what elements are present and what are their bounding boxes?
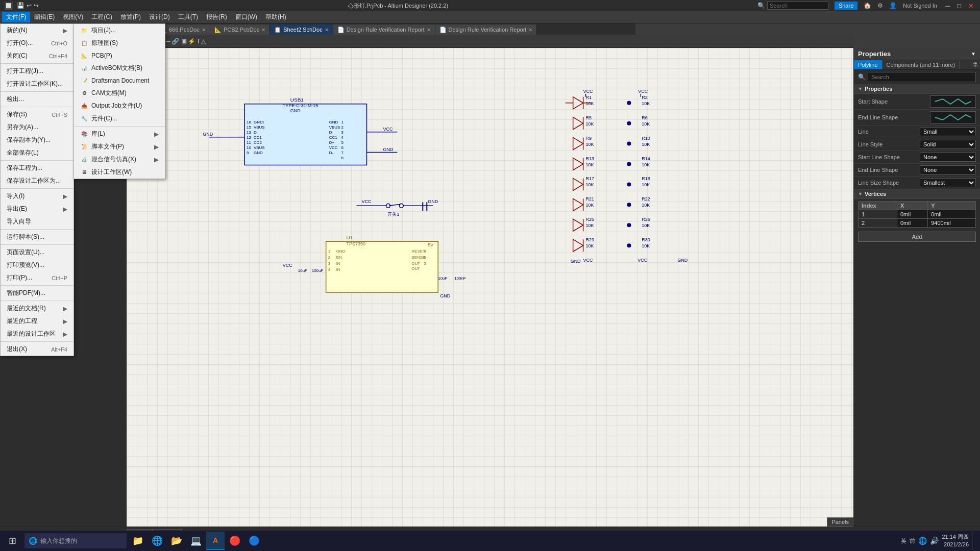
menu-place[interactable]: 放置(P)	[116, 12, 145, 22]
line-select[interactable]: Small Medium Large	[920, 127, 976, 136]
start-button[interactable]: ⊞	[2, 531, 22, 551]
new-project[interactable]: 📁 项目(J)...	[74, 24, 165, 37]
new-simulation[interactable]: 🔬 混合信号仿真(X) ▶	[74, 153, 165, 166]
menu-open[interactable]: 打开(O)... Ctrl+O	[1, 37, 74, 49]
user-icon[interactable]: 👤	[889, 2, 897, 9]
menu-recent-projects[interactable]: 最近的工程 ▶	[1, 315, 74, 328]
minimize-button[interactable]: ─	[943, 2, 952, 10]
menu-project[interactable]: 工程(C)	[87, 12, 116, 22]
vertex-2-x[interactable]: 0mil	[897, 219, 927, 228]
save-quick-icon[interactable]: 💾	[17, 2, 24, 9]
home-icon[interactable]: 🏠	[864, 2, 871, 9]
menu-exit[interactable]: 退出(X) Alt+F4	[1, 343, 74, 356]
new-bom[interactable]: 📊 ActiveBOM文档(B)	[74, 62, 165, 74]
menu-page-setup[interactable]: 页面设置(U)...	[1, 246, 74, 259]
menu-saveall[interactable]: 全部保存(L)	[1, 146, 74, 159]
new-workspace[interactable]: 🖥 设计工作区(W)	[74, 166, 165, 179]
tab-pcb2[interactable]: 📐 PCB2.PcbDoc ✕	[210, 24, 270, 35]
net-btn[interactable]: 🔗	[172, 38, 179, 45]
menu-import[interactable]: 导入(I) ▶	[1, 190, 74, 203]
menu-close[interactable]: 关闭(C) Ctrl+F4	[1, 49, 74, 62]
new-cam[interactable]: ⚙ CAM文档(M)	[74, 87, 165, 99]
search-input[interactable]	[767, 2, 828, 10]
close-button[interactable]: ✕	[966, 2, 976, 10]
switch-component[interactable]: VCC GND 开关1	[357, 199, 438, 217]
show-desktop-btn[interactable]	[972, 532, 974, 550]
properties-search-input[interactable]	[868, 72, 976, 82]
taskbar-icon-vscode[interactable]: 💻	[187, 532, 205, 550]
tab-components[interactable]: Components (and 11 more)	[883, 60, 960, 69]
tab-close[interactable]: ✕	[202, 27, 206, 33]
menu-recent-workspaces[interactable]: 最近的设计工作区 ▶	[1, 328, 74, 340]
tab-polyline[interactable]: Polyline	[854, 60, 883, 69]
taskbar-icon-blue[interactable]: 🔵	[245, 532, 263, 550]
usb1-component[interactable]: USB1 TYPE-C-31-M-15 GND 16 15 13 12 11 1…	[203, 97, 397, 165]
window-controls[interactable]: ─ □ ✕	[943, 2, 976, 10]
new-output-job[interactable]: 📤 Output Job文件(U)	[74, 99, 165, 112]
new-pcb[interactable]: 📐 PCB(P)	[74, 49, 165, 62]
menu-file[interactable]: 文件(F)	[2, 12, 30, 22]
text-btn[interactable]: T	[197, 38, 200, 45]
volume-icon[interactable]: 🔊	[930, 537, 939, 545]
add-vertex-button[interactable]: Add	[858, 232, 976, 242]
vertex-1-x[interactable]: 0mil	[897, 210, 927, 219]
vertex-1-y[interactable]: 0mil	[928, 210, 976, 219]
tab-drc2[interactable]: 📄 Design Rule Verification Report ✕	[333, 24, 435, 35]
share-button[interactable]: Share	[835, 2, 857, 10]
u1-component[interactable]: U1 TPS7350 1 2 3 4 GND EN IN IN 8 6 5 RE…	[283, 235, 466, 298]
menu-save-project[interactable]: 保存工程为...	[1, 162, 74, 174]
menu-open-project[interactable]: 打开工程(J)...	[1, 65, 74, 78]
search-bar-taskbar[interactable]: 🌐 输入你想搜的	[24, 533, 127, 548]
tab-close[interactable]: ✕	[261, 27, 265, 33]
menu-edit[interactable]: 编辑(E)	[30, 12, 59, 22]
taskbar-icon-explorer[interactable]: 📁	[129, 532, 147, 550]
redo-icon[interactable]: ↪	[34, 2, 39, 9]
menu-print[interactable]: 打印(P)... Ctrl+P	[1, 271, 74, 284]
menu-new[interactable]: 新的(N) ▶	[1, 24, 74, 37]
menu-recent-docs[interactable]: 最近的文档(R) ▶	[1, 302, 74, 315]
power-btn[interactable]: ⚡	[188, 38, 195, 45]
line-size-shape-select[interactable]: Smallest Small Medium Large	[920, 178, 976, 187]
end-line-shape-select[interactable]: None Arrow Circle	[920, 165, 976, 174]
line-btn[interactable]: ─	[166, 38, 171, 45]
tab-drc3[interactable]: 📄 Design Rule Verification Report ✕	[435, 24, 537, 35]
menu-reports[interactable]: 报告(R)	[202, 12, 231, 22]
menu-saveas[interactable]: 另存为(A)...	[1, 121, 74, 134]
panels-button[interactable]: Panels	[827, 517, 853, 527]
menu-import-wizard[interactable]: 导入向导	[1, 215, 74, 228]
menu-run-script[interactable]: 运行脚本(S)...	[1, 231, 74, 243]
menu-help[interactable]: 帮助(H)	[261, 12, 290, 22]
line-style-select[interactable]: Solid Dashed Dotted	[920, 140, 976, 149]
menu-export[interactable]: 导出(E) ▶	[1, 203, 74, 215]
undo-icon[interactable]: ↩	[27, 2, 32, 9]
menu-smart-pdf[interactable]: 智能PDF(M)...	[1, 287, 74, 299]
new-library[interactable]: 📚 库(L) ▶	[74, 128, 165, 140]
menu-savecopy[interactable]: 保存副本为(Y)...	[1, 134, 74, 146]
menu-view[interactable]: 视图(V)	[59, 12, 87, 22]
search-area[interactable]: 🔍	[757, 2, 828, 10]
properties-search-box[interactable]: 🔍	[854, 70, 980, 84]
menu-save-workspace[interactable]: 保存设计工作区为...	[1, 174, 74, 187]
tab-sheet2[interactable]: 📋 Sheet2.SchDoc ✕	[270, 24, 333, 35]
led-array-right[interactable]: R1 10K R2 10K R5 10K R6 10K R9 10K R10 1…	[566, 89, 688, 264]
menu-open-workspace[interactable]: 打开设计工作区(K)...	[1, 78, 74, 90]
menu-save[interactable]: 保存(S) Ctrl+S	[1, 108, 74, 121]
vertex-2-y[interactable]: 9400mil	[928, 219, 976, 228]
filter-icon[interactable]: ⚗	[970, 60, 980, 69]
start-line-shape-select[interactable]: None Arrow Circle	[920, 153, 976, 162]
menu-window[interactable]: 窗口(W)	[231, 12, 261, 22]
menu-tools[interactable]: 工具(T)	[174, 12, 202, 22]
comp-btn[interactable]: ▣	[181, 38, 187, 45]
tab-close[interactable]: ✕	[528, 27, 532, 33]
tab-close[interactable]: ✕	[325, 27, 329, 33]
network-icon[interactable]: 🌐	[918, 537, 927, 545]
taskbar-icon-file[interactable]: 📂	[167, 532, 186, 550]
new-schematic[interactable]: 📋 原理图(S)	[74, 37, 165, 49]
taskbar-icon-red[interactable]: 🔴	[226, 532, 244, 550]
panel-expand-icon[interactable]: ▼	[971, 51, 976, 57]
taskbar-icon-altium[interactable]: A	[206, 532, 225, 550]
new-component[interactable]: 🔧 元件(C)...	[74, 112, 165, 125]
tab-close[interactable]: ✕	[427, 27, 431, 33]
menu-print-preview[interactable]: 打印预览(V)...	[1, 259, 74, 271]
new-draftsman[interactable]: 📝 Draftsman Document	[74, 74, 165, 87]
